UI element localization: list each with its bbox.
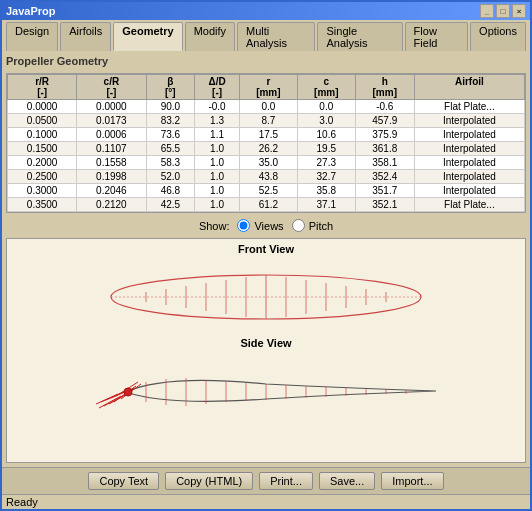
table-cell: 42.5 bbox=[146, 198, 195, 212]
table-cell: 73.6 bbox=[146, 128, 195, 142]
table-cell: 352.1 bbox=[355, 198, 414, 212]
import-button[interactable]: Import... bbox=[381, 472, 443, 490]
table-header-row: r/R [-] c/R [-] β [°] Δ/D bbox=[8, 75, 525, 100]
content-area: Propeller Geometry r/R [-] c/R [-] bbox=[2, 51, 530, 467]
save-button[interactable]: Save... bbox=[319, 472, 375, 490]
table-cell: 1.0 bbox=[195, 198, 240, 212]
table-cell: 3.0 bbox=[297, 114, 355, 128]
tab-design[interactable]: Design bbox=[6, 22, 58, 51]
minimize-button[interactable]: _ bbox=[480, 4, 494, 18]
copy-html-button[interactable]: Copy (HTML) bbox=[165, 472, 253, 490]
tab-geometry[interactable]: Geometry bbox=[113, 22, 182, 51]
table-row: 0.15000.110765.51.026.219.5361.8Interpol… bbox=[8, 142, 525, 156]
table-cell: 19.5 bbox=[297, 142, 355, 156]
table-cell: Interpolated bbox=[414, 170, 524, 184]
col-header-beta: β [°] bbox=[146, 75, 195, 100]
table-cell: 58.3 bbox=[146, 156, 195, 170]
table-row: 0.35000.212042.51.061.237.1352.1Flat Pla… bbox=[8, 198, 525, 212]
view-panel: Front View bbox=[6, 238, 526, 463]
front-view-title: Front View bbox=[238, 243, 294, 255]
table-cell: Interpolated bbox=[414, 142, 524, 156]
table-cell: 0.0173 bbox=[77, 114, 146, 128]
table-cell: -0.0 bbox=[195, 100, 240, 114]
geometry-table-container: r/R [-] c/R [-] β [°] Δ/D bbox=[6, 73, 526, 213]
col-header-c: c [mm] bbox=[297, 75, 355, 100]
table-cell: 0.2120 bbox=[77, 198, 146, 212]
title-bar-buttons: _ □ × bbox=[480, 4, 526, 18]
table-cell: 26.2 bbox=[239, 142, 297, 156]
side-view-svg bbox=[66, 354, 466, 429]
table-row: 0.25000.199852.01.043.832.7352.4Interpol… bbox=[8, 170, 525, 184]
table-cell: 37.1 bbox=[297, 198, 355, 212]
table-cell: Interpolated bbox=[414, 128, 524, 142]
radio-views[interactable]: Views bbox=[237, 219, 283, 232]
radio-views-label: Views bbox=[254, 220, 283, 232]
col-header-r: r [mm] bbox=[239, 75, 297, 100]
tab-multi-analysis[interactable]: Multi Analysis bbox=[237, 22, 315, 51]
table-cell: 457.9 bbox=[355, 114, 414, 128]
tab-modify[interactable]: Modify bbox=[185, 22, 235, 51]
table-cell: 1.0 bbox=[195, 184, 240, 198]
table-cell: 352.4 bbox=[355, 170, 414, 184]
table-cell: 375.9 bbox=[355, 128, 414, 142]
geometry-table: r/R [-] c/R [-] β [°] Δ/D bbox=[7, 74, 525, 212]
table-cell: 0.0000 bbox=[8, 100, 77, 114]
table-cell: 83.2 bbox=[146, 114, 195, 128]
show-label: Show: bbox=[199, 220, 230, 232]
tab-bar: Design Airfoils Geometry Modify Multi An… bbox=[2, 20, 530, 51]
table-cell: 0.2000 bbox=[8, 156, 77, 170]
tab-options[interactable]: Options bbox=[470, 22, 526, 51]
table-cell: 46.8 bbox=[146, 184, 195, 198]
tab-flow-field[interactable]: Flow Field bbox=[405, 22, 468, 51]
table-cell: 8.7 bbox=[239, 114, 297, 128]
front-view-svg bbox=[96, 262, 436, 332]
table-cell: 0.3500 bbox=[8, 198, 77, 212]
table-cell: 52.0 bbox=[146, 170, 195, 184]
status-bar: Ready bbox=[2, 494, 530, 509]
table-cell: 0.1107 bbox=[77, 142, 146, 156]
table-cell: 1.3 bbox=[195, 114, 240, 128]
table-cell: 0.3000 bbox=[8, 184, 77, 198]
table-cell: 32.7 bbox=[297, 170, 355, 184]
main-window: JavaProp _ □ × Design Airfoils Geometry … bbox=[0, 0, 532, 511]
table-row: 0.05000.017383.21.38.73.0457.9Interpolat… bbox=[8, 114, 525, 128]
status-text: Ready bbox=[6, 496, 38, 508]
col-header-airfoil: Airfoil bbox=[414, 75, 524, 100]
maximize-button[interactable]: □ bbox=[496, 4, 510, 18]
radio-pitch[interactable]: Pitch bbox=[292, 219, 333, 232]
table-cell: Flat Plate... bbox=[414, 100, 524, 114]
copy-text-button[interactable]: Copy Text bbox=[88, 472, 159, 490]
table-row: 0.10000.000673.61.117.510.6375.9Interpol… bbox=[8, 128, 525, 142]
table-cell: 1.1 bbox=[195, 128, 240, 142]
col-header-h: h [mm] bbox=[355, 75, 414, 100]
radio-views-input[interactable] bbox=[237, 219, 250, 232]
table-cell: 0.2046 bbox=[77, 184, 146, 198]
table-cell: Interpolated bbox=[414, 184, 524, 198]
svg-point-39 bbox=[124, 388, 132, 396]
table-cell: 0.1558 bbox=[77, 156, 146, 170]
col-header-rR: r/R [-] bbox=[8, 75, 77, 100]
table-row: 0.30000.204646.81.052.535.8351.7Interpol… bbox=[8, 184, 525, 198]
table-cell: -0.6 bbox=[355, 100, 414, 114]
table-cell: 0.0000 bbox=[77, 100, 146, 114]
table-cell: 0.0 bbox=[297, 100, 355, 114]
tab-airfoils[interactable]: Airfoils bbox=[60, 22, 111, 51]
table-cell: 0.0 bbox=[239, 100, 297, 114]
table-row: 0.20000.155858.31.035.027.3358.1Interpol… bbox=[8, 156, 525, 170]
table-cell: 61.2 bbox=[239, 198, 297, 212]
table-cell: 0.1500 bbox=[8, 142, 77, 156]
tab-single-analysis[interactable]: Single Analysis bbox=[317, 22, 402, 51]
table-cell: 0.0500 bbox=[8, 114, 77, 128]
table-cell: Interpolated bbox=[414, 114, 524, 128]
front-view-container bbox=[11, 257, 521, 337]
table-cell: 52.5 bbox=[239, 184, 297, 198]
table-cell: 35.0 bbox=[239, 156, 297, 170]
table-cell: 361.8 bbox=[355, 142, 414, 156]
table-cell: 1.0 bbox=[195, 142, 240, 156]
table-cell: Interpolated bbox=[414, 156, 524, 170]
print-button[interactable]: Print... bbox=[259, 472, 313, 490]
table-cell: 10.6 bbox=[297, 128, 355, 142]
close-button[interactable]: × bbox=[512, 4, 526, 18]
title-bar: JavaProp _ □ × bbox=[2, 2, 530, 20]
radio-pitch-input[interactable] bbox=[292, 219, 305, 232]
